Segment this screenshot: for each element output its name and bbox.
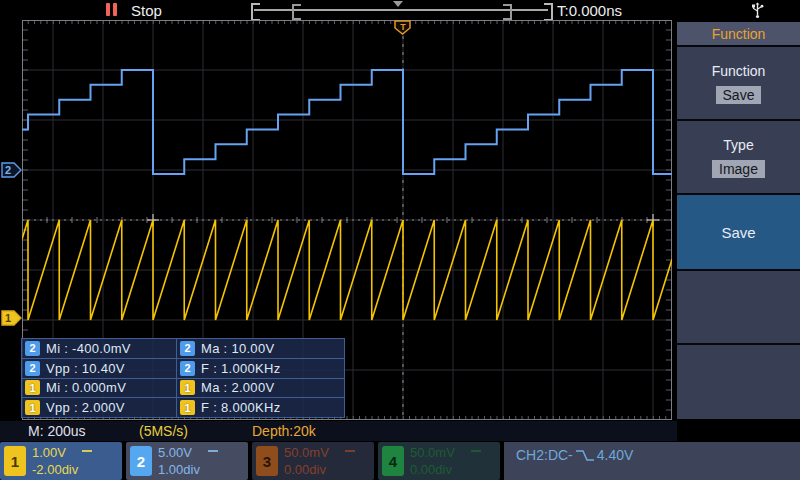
- channel-4-position: 0.00div: [410, 461, 481, 478]
- measure-ch1-vpp: 1Vpp : 2.000V: [21, 397, 177, 418]
- sample-rate-readout: (5MS/s): [139, 423, 188, 439]
- save-button[interactable]: Save: [677, 193, 800, 269]
- svg-text:2: 2: [5, 164, 11, 176]
- channel-2-badge: 2: [130, 446, 152, 476]
- ch1-badge: 1: [180, 400, 195, 415]
- channel-1-box[interactable]: 1 1.00V -2.00div: [0, 442, 122, 480]
- status-bar: M: 200us (5MS/s) Depth:20k: [0, 421, 677, 441]
- dc-coupling-icon: [345, 450, 355, 457]
- trigger-level: 4.40V: [597, 447, 634, 463]
- channel-3-scale: 50.0mV: [284, 445, 329, 460]
- channel-4-scale: 50.0mV: [410, 445, 455, 460]
- ch1-badge: 1: [180, 380, 195, 395]
- ch1-badge: 1: [25, 400, 40, 415]
- ch2-badge: 2: [25, 361, 40, 376]
- memory-depth-readout: Depth:20k: [252, 423, 316, 439]
- record-start-bracket: [251, 3, 260, 21]
- window-start-bracket: [292, 4, 301, 20]
- trigger-marker[interactable]: T: [394, 20, 412, 35]
- measure-ch1-freq: 1F : 8.000KHz: [176, 397, 345, 418]
- channel-4-box[interactable]: 4 50.0mV 0.00div: [378, 442, 500, 480]
- usb-icon: [750, 2, 765, 19]
- channel-1-badge: 1: [4, 446, 26, 476]
- measure-ch2-min: 2Mi : -400.0mV: [21, 338, 177, 359]
- channel-3-position: 0.00div: [284, 461, 355, 478]
- dc-coupling-icon: [82, 450, 92, 457]
- record-end-bracket: [544, 3, 553, 21]
- channel-2-position: 1.00div: [158, 461, 218, 478]
- ch2-badge: 2: [180, 361, 195, 376]
- horizontal-position-indicator: [251, 2, 551, 18]
- trigger-time-readout: T:0.000ns: [557, 2, 622, 19]
- oscilloscope-screen: Stop T:0.000ns T 2 1 2Mi : -400.0mV 2Ma …: [0, 0, 800, 480]
- menu-value-type: Image: [712, 160, 765, 178]
- trigger-source-coupling: CH2:DC-: [516, 447, 573, 463]
- menu-title: Function: [677, 22, 800, 45]
- ch2-position-marker[interactable]: 2: [1, 162, 23, 178]
- menu-item-type[interactable]: Type Image: [677, 119, 800, 193]
- pause-icon: [106, 3, 117, 16]
- timebase-readout: M: 200us: [28, 423, 86, 439]
- ch1-badge: 1: [25, 380, 40, 395]
- channel-1-position: -2.00div: [32, 461, 92, 478]
- channel-3-badge: 3: [256, 446, 278, 476]
- run-state-label: Stop: [131, 2, 162, 19]
- dc-coupling-icon: [471, 450, 481, 457]
- measurement-panel: 2Mi : -400.0mV 2Ma : 10.00V 2Vpp : 10.40…: [22, 338, 345, 417]
- channel-2-box[interactable]: 2 5.00V 1.00div: [126, 442, 248, 480]
- menu-item-empty-2: [677, 343, 800, 419]
- ch1-position-marker[interactable]: 1: [1, 310, 23, 326]
- measure-ch2-freq: 2F : 1.000KHz: [176, 358, 345, 379]
- channel-3-box[interactable]: 3 50.0mV 0.00div: [252, 442, 374, 480]
- svg-text:T: T: [400, 22, 406, 32]
- channel-4-badge: 4: [382, 446, 404, 476]
- sidebar-menu: Function Function Save Type Image Save: [677, 22, 800, 417]
- channel-1-scale: 1.00V: [32, 445, 66, 460]
- menu-item-empty-1: [677, 269, 800, 343]
- menu-item-function[interactable]: Function Save: [677, 45, 800, 119]
- ch2-badge: 2: [180, 341, 195, 356]
- trigger-info-box[interactable]: CH2:DC- 4.40V: [504, 442, 800, 480]
- measure-ch1-min: 1Mi : 0.000mV: [21, 378, 177, 399]
- trigger-position-pointer-icon[interactable]: [393, 1, 403, 7]
- svg-text:1: 1: [5, 312, 11, 324]
- waveform-ch2: [22, 70, 672, 174]
- ch2-badge: 2: [25, 341, 40, 356]
- falling-edge-icon: [575, 449, 595, 462]
- measure-ch2-max: 2Ma : 10.00V: [176, 338, 345, 359]
- window-end-bracket: [503, 4, 512, 20]
- measure-ch2-vpp: 2Vpp : 10.40V: [21, 358, 177, 379]
- dc-coupling-icon: [208, 450, 218, 457]
- measure-ch1-max: 1Ma : 2.000V: [176, 378, 345, 399]
- channel-2-scale: 5.00V: [158, 445, 192, 460]
- menu-value-function: Save: [716, 86, 762, 104]
